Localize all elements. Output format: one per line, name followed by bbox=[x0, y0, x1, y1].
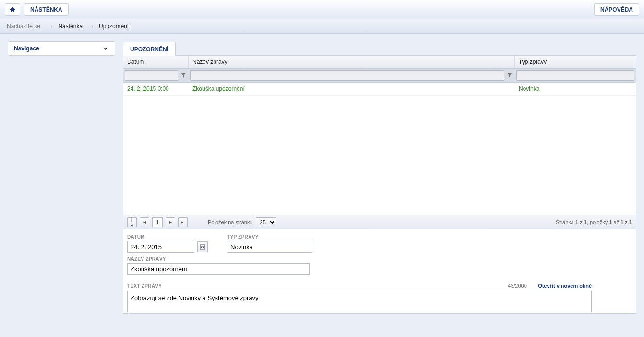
svg-rect-0 bbox=[200, 245, 205, 249]
grid-header-name[interactable]: Název zprávy bbox=[189, 56, 515, 68]
home-button[interactable] bbox=[5, 3, 20, 16]
grid-header: Datum Název zprávy Typ zprávy bbox=[123, 56, 636, 69]
grid-body: 24. 2. 2015 0:00 Zkouška upozornění Novi… bbox=[123, 83, 636, 215]
next-page-icon: ▸ bbox=[169, 219, 172, 225]
open-new-window-link[interactable]: Otevřít v novém okně bbox=[538, 283, 592, 289]
pager-last-button[interactable]: ▸| bbox=[178, 217, 188, 227]
type-input[interactable] bbox=[227, 241, 312, 253]
dashboard-button[interactable]: NÁSTĚNKA bbox=[24, 3, 69, 16]
field-name: NÁZEV ZPRÁVY bbox=[127, 256, 310, 275]
chevron-right-icon: › bbox=[91, 23, 93, 30]
breadcrumb-label: Nacházíte se: bbox=[7, 19, 48, 34]
help-button[interactable]: NÁPOVĚDA bbox=[594, 3, 639, 16]
filter-icon[interactable] bbox=[179, 72, 187, 79]
tabs: UPOZORNĚNÍ bbox=[123, 41, 636, 55]
svg-rect-2 bbox=[201, 247, 202, 248]
pager-prev-button[interactable]: ◂ bbox=[140, 217, 149, 227]
chevron-right-icon: › bbox=[50, 23, 52, 30]
field-date: DATUM bbox=[127, 234, 208, 253]
filter-icon[interactable] bbox=[506, 72, 513, 79]
filter-input-name[interactable] bbox=[190, 70, 504, 81]
calendar-button[interactable] bbox=[197, 241, 208, 252]
pager: |◂ ◂ ▸ ▸| Položek na stránku 25 bbox=[123, 215, 636, 229]
pager-per-page-select[interactable]: 25 bbox=[256, 217, 276, 227]
navigation-label: Navigace bbox=[14, 45, 39, 52]
table-row[interactable]: 24. 2. 2015 0:00 Zkouška upozornění Novi… bbox=[123, 83, 636, 96]
calendar-icon bbox=[200, 244, 205, 250]
text-label: TEXT ZPRÁVY bbox=[127, 283, 162, 289]
name-input[interactable] bbox=[127, 263, 310, 275]
grid-header-date[interactable]: Datum bbox=[123, 56, 189, 68]
cell-name: Zkouška upozornění bbox=[189, 83, 515, 95]
main: UPOZORNĚNÍ Datum Název zprávy Typ zprávy bbox=[123, 41, 644, 314]
breadcrumb-item-current: Upozornění bbox=[95, 19, 135, 34]
char-counter: 43/2000 bbox=[508, 283, 527, 289]
navigation-toggle[interactable]: Navigace bbox=[8, 41, 115, 56]
last-page-icon: ▸| bbox=[181, 219, 185, 225]
type-label: TYP ZPRÁVY bbox=[227, 234, 312, 240]
grid-filter-row bbox=[123, 69, 636, 83]
first-page-icon: |◂ bbox=[131, 217, 133, 228]
tab-notifications[interactable]: UPOZORNĚNÍ bbox=[123, 42, 176, 56]
pager-status: Stránka 1 z 1, položky 1 až 1 z 1 bbox=[556, 219, 632, 225]
prev-page-icon: ◂ bbox=[143, 219, 146, 225]
pager-page-input[interactable] bbox=[152, 217, 163, 227]
field-type: TYP ZPRÁVY bbox=[227, 234, 312, 253]
sidebar: Navigace bbox=[8, 41, 115, 56]
topbar: NÁSTĚNKA NÁPOVĚDA bbox=[0, 0, 644, 19]
pager-per-page-label: Položek na stránku bbox=[208, 219, 253, 225]
pager-next-button[interactable]: ▸ bbox=[166, 217, 175, 227]
date-label: DATUM bbox=[127, 234, 208, 240]
filter-input-date[interactable] bbox=[125, 70, 178, 81]
cell-type: Novinka bbox=[515, 83, 636, 95]
home-icon bbox=[9, 6, 16, 13]
grid-header-type[interactable]: Typ zprávy bbox=[515, 56, 636, 68]
message-textarea[interactable]: Zobrazují se zde Novinky a Systémové zpr… bbox=[127, 291, 592, 312]
pager-first-button[interactable]: |◂ bbox=[127, 217, 137, 227]
breadcrumb: Nacházíte se: › Nástěnka › Upozornění bbox=[0, 19, 644, 34]
grid-panel: Datum Název zprávy Typ zprávy bbox=[123, 55, 636, 314]
svg-rect-3 bbox=[203, 247, 204, 248]
cell-date: 24. 2. 2015 0:00 bbox=[123, 83, 189, 95]
chevron-down-icon bbox=[102, 45, 109, 52]
name-label: NÁZEV ZPRÁVY bbox=[127, 256, 310, 262]
breadcrumb-item-dashboard[interactable]: Nástěnka bbox=[54, 19, 89, 34]
filter-input-type[interactable] bbox=[516, 70, 634, 81]
date-input[interactable] bbox=[127, 241, 194, 253]
detail-panel: DATUM TYP ZPRÁVY bbox=[123, 229, 636, 313]
